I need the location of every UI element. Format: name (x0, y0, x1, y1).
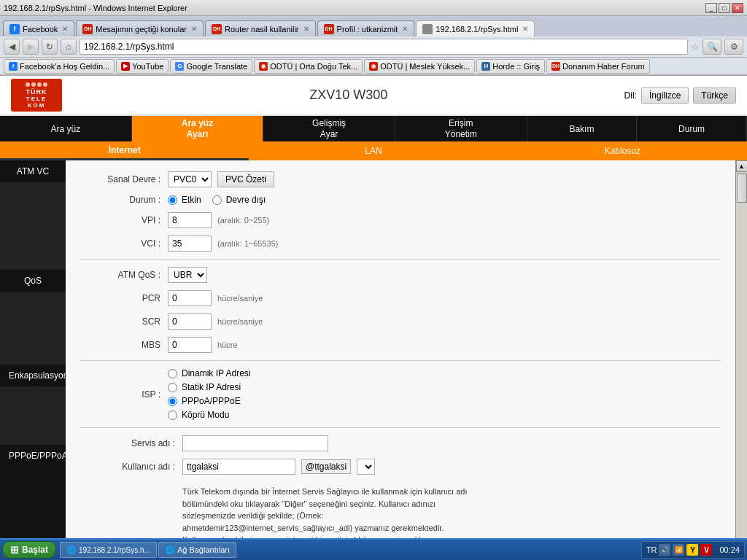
sidebar-qos-label: QoS (24, 276, 42, 286)
bookmark-dh-icon: DH (551, 62, 560, 71)
logo-circle-1 (26, 82, 30, 87)
bookmark-youtube[interactable]: ▶ YouTube (116, 59, 169, 74)
title-bar-left: 192.168.2.1/rpSys.html - Windows Interne… (4, 4, 187, 12)
back-button[interactable]: ◀ (4, 39, 20, 55)
address-input[interactable] (80, 39, 688, 55)
durum-etkin-radio[interactable] (168, 195, 177, 205)
tab-dh3-close[interactable]: ✕ (402, 25, 408, 33)
tab-router-close[interactable]: ✕ (522, 25, 528, 33)
nav-bakim[interactable]: Bakım (527, 116, 638, 141)
start-label: Başlat (22, 545, 48, 555)
nav-erisim-yonetim[interactable]: Erişim Yönetim (395, 116, 527, 141)
refresh-button[interactable]: ↻ (42, 39, 58, 55)
sanal-devre-select[interactable]: PVC0 PVC1 PVC2 (168, 171, 212, 187)
kullanici-suffix-select[interactable]: ▼ (357, 459, 375, 475)
bookmark-odtu2-icon: ◉ (369, 62, 378, 71)
tools-button[interactable]: ⚙ (724, 39, 743, 55)
taskbar-btn-2-icon: 🌐 (165, 545, 175, 555)
taskbar-btn-2[interactable]: 🌐 Ağ Bağlantıları (158, 542, 236, 558)
logo-circle-2 (31, 82, 36, 87)
nav-sub-kablosuz[interactable]: Kablosuz (498, 141, 747, 160)
maximize-button[interactable]: □ (719, 3, 730, 13)
tab-facebook-close[interactable]: ✕ (62, 25, 68, 33)
tab-dh2-close[interactable]: ✕ (303, 25, 309, 33)
scroll-thumb[interactable] (737, 174, 747, 203)
isp-pppoe-item: PPPoA/PPPoE (168, 396, 241, 406)
durum-control: Etkin Devre dışı (168, 195, 266, 205)
scr-row: SCR hücre/saniye (80, 314, 721, 330)
tab-facebook[interactable]: f Facebook ✕ (3, 20, 74, 36)
vpi-input[interactable] (168, 212, 212, 228)
bookmark-dh[interactable]: DH Donanım Haber Forum (546, 59, 650, 74)
bookmark-yt-label: YouTube (132, 62, 163, 71)
nav-durum[interactable]: Durum (637, 116, 747, 141)
bookmark-odtu1[interactable]: ◉ ODTÜ | Orta Doğu Tek... (254, 59, 363, 74)
bookmark-facebook[interactable]: f Facebook'a Hoş Geldin... (4, 59, 115, 74)
mbs-input[interactable] (168, 337, 212, 353)
nav-gelismis-ayar[interactable]: Gelişmiş Ayar (263, 116, 395, 141)
nav-erisim-label2: Yönetim (445, 129, 477, 139)
close-button[interactable]: ✕ (732, 3, 743, 13)
tabs-bar: f Facebook ✕ DH Mesajımın geçtiği konula… (0, 16, 747, 36)
vpi-label: VPI : (80, 215, 168, 225)
scr-input[interactable] (168, 314, 212, 330)
logo-tele: TELE (26, 96, 47, 102)
search-button[interactable]: 🔍 (703, 39, 721, 55)
isp-bridge-item: Köprü Modu (168, 410, 229, 420)
kullanici-adi-input[interactable] (182, 459, 295, 475)
vpi-row: VPI : (aralık: 0~255) (80, 212, 721, 228)
nav-ara-yuz[interactable]: Ara yüz (0, 116, 132, 141)
isp-pppoe-radio[interactable] (168, 397, 177, 406)
tab-facebook-label: Facebook (23, 25, 58, 34)
isp-static-radio[interactable] (168, 383, 177, 392)
home-button[interactable]: ⌂ (61, 39, 77, 55)
pcr-label: PCR (80, 293, 168, 303)
start-icon: ⊞ (10, 544, 19, 556)
servis-adi-input[interactable] (182, 435, 328, 451)
nav-sub-kablosuz-label: Kablosuz (605, 146, 640, 156)
tab-router[interactable]: 192.168.2.1/rpSys.html ✕ (416, 20, 535, 36)
servis-adi-label: Servis adı : (80, 438, 182, 448)
tray-icon-net[interactable]: 📶 (673, 544, 684, 556)
vci-label: VCI : (80, 238, 168, 249)
durum-etkin-item: Etkin (168, 195, 201, 205)
lang-english-button[interactable]: İngilizce (641, 88, 689, 104)
nav-sub-internet[interactable]: İnternet (0, 141, 249, 160)
tab-dh2[interactable]: DH Router nasil kullanilir ✕ (205, 20, 316, 36)
forward-button[interactable]: ▶ (23, 39, 39, 55)
tab-dh1[interactable]: DH Mesajımın geçtiği konular ✕ (76, 20, 204, 36)
tab-dh3[interactable]: DH Profil : utkanizmit ✕ (317, 20, 415, 36)
bookmark-horde[interactable]: H Horde :: Giriş (476, 59, 545, 74)
isp-dynamic-radio[interactable] (168, 369, 177, 378)
taskbar-btn-1[interactable]: 🌐 192.168.2.1/rpSys.h... (60, 542, 157, 558)
tab-dh1-close[interactable]: ✕ (191, 25, 197, 33)
nav-sub-lan[interactable]: LAN (249, 141, 498, 160)
pcr-input[interactable] (168, 290, 212, 306)
nav-ara-yuz-ayari[interactable]: Ara yüz Ayarı (132, 116, 264, 141)
tab-dh1-label: Mesajımın geçtiği konular (96, 25, 187, 34)
lang-turkish-button[interactable]: Türkçe (693, 88, 736, 104)
sidebar-qos-space (0, 292, 66, 365)
minimize-button[interactable]: _ (705, 3, 717, 13)
window-controls: _ □ ✕ (705, 3, 743, 13)
vci-input[interactable] (168, 236, 212, 252)
durum-devre-disi-radio[interactable] (212, 195, 222, 205)
bookmark-odtu2[interactable]: ◉ ODTÜ | Meslek Yüksek... (364, 59, 475, 74)
browser-chrome: 192.168.2.1/rpSys.html - Windows Interne… (0, 0, 747, 76)
nav-sub-lan-label: LAN (365, 146, 382, 156)
atm-qos-select[interactable]: UBR CBR VBR (168, 267, 207, 283)
scroll-up-button[interactable]: ▲ (736, 160, 748, 172)
router-model-title: ZXV10 W300 (73, 88, 624, 103)
isp-bridge-radio[interactable] (168, 411, 177, 420)
start-button[interactable]: ⊞ Başlat (2, 541, 56, 559)
tray-icon-vol[interactable]: 🔊 (659, 544, 670, 556)
bookmark-star-icon[interactable]: ☆ (691, 42, 700, 52)
bookmark-google-translate[interactable]: G Google Translate (170, 59, 252, 74)
logo-circle-4 (43, 82, 47, 87)
isp-label: ISP : (80, 389, 168, 400)
kullanici-adi-suffix: @ttgalaksi (301, 459, 351, 474)
pvc-ozeti-button[interactable]: PVC Özeti (217, 171, 274, 187)
taskbar: ⊞ Başlat 🌐 192.168.2.1/rpSys.h... 🌐 Ağ B… (0, 538, 747, 560)
main-area: TÜRK TELE KOM ZXV10 W300 Dil: İngilizce … (0, 76, 747, 524)
bookmark-horde-label: Horde :: Giriş (492, 62, 540, 71)
